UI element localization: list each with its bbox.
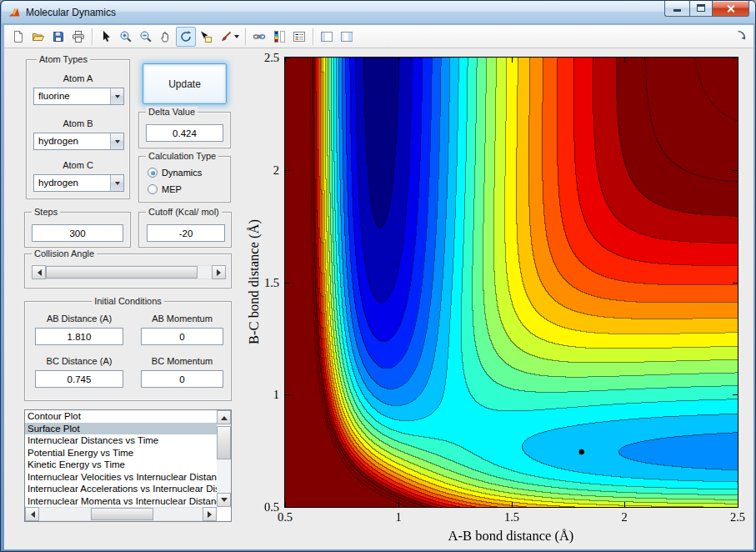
new-figure-button[interactable] — [8, 27, 28, 47]
slider-left-arrow-button[interactable] — [32, 265, 46, 279]
scroll-left-button[interactable] — [25, 507, 39, 521]
cutoff-field[interactable]: -20 — [147, 224, 225, 242]
ab-distance-field[interactable]: 1.810 — [35, 328, 123, 345]
scroll-up-button[interactable] — [217, 410, 231, 424]
hide-plot-tools-button[interactable] — [317, 27, 337, 47]
atom-a-dropdown[interactable]: fluorine — [33, 88, 124, 105]
slider-right-arrow-button[interactable] — [212, 265, 226, 279]
vertical-scroll-track[interactable] — [217, 424, 231, 493]
horizontal-scroll-track[interactable] — [39, 507, 203, 521]
vertical-scroll-thumb[interactable] — [217, 426, 231, 459]
cutoff-panel: Cutoff (Kcal/ mol) -20 — [138, 212, 232, 248]
chevron-down-icon — [115, 182, 120, 188]
list-item-internuclear-velocities[interactable]: Internuclear Velocities vs Internuclear … — [25, 471, 217, 484]
arrow-right-icon — [208, 511, 215, 518]
collision-angle-panel: Collision Angle — [24, 253, 232, 289]
rotate-3d-icon — [179, 30, 193, 43]
arrow-down-icon — [221, 498, 228, 505]
insert-colorbar-button[interactable] — [269, 27, 289, 47]
maximize-button[interactable] — [689, 1, 713, 17]
save-figure-button[interactable] — [48, 27, 68, 47]
hide-plot-tools-icon — [320, 30, 333, 43]
show-plot-tools-button[interactable] — [337, 27, 357, 47]
bc-distance-field[interactable]: 0.745 — [35, 370, 123, 388]
data-cursor-icon — [199, 30, 213, 43]
list-item-potential-energy[interactable]: Potential Energy vs Time — [25, 447, 217, 459]
mep-radio-row: MEP — [148, 184, 182, 194]
atom-a-dropdown-button[interactable] — [110, 88, 123, 104]
chevron-down-icon — [115, 95, 120, 101]
data-cursor-button[interactable] — [196, 27, 216, 47]
initial-conditions-panel-title: Initial Conditions — [92, 296, 164, 306]
scroll-right-button[interactable] — [203, 507, 217, 521]
plot-type-listbox: Contour Plot Surface Plot Internuclear D… — [24, 409, 232, 522]
toolbar-separator — [92, 28, 93, 45]
bc-momentum-field[interactable]: 0 — [141, 370, 223, 388]
atom-b-dropdown-button[interactable] — [110, 133, 123, 149]
close-button[interactable] — [713, 1, 749, 17]
arrow-left-icon — [34, 269, 42, 276]
atom-c-dropdown-button[interactable] — [110, 175, 123, 191]
print-figure-button[interactable] — [68, 27, 88, 47]
collision-angle-panel-title: Collision Angle — [32, 248, 97, 258]
update-button[interactable]: Update — [143, 63, 227, 104]
dynamics-radio[interactable] — [148, 168, 158, 178]
atom-c-value: hydrogen — [38, 178, 78, 188]
horizontal-scroll-thumb[interactable] — [91, 508, 153, 520]
pes-contour-canvas[interactable] — [285, 58, 738, 507]
atom-b-dropdown[interactable]: hydrogen — [33, 133, 124, 150]
minimize-button[interactable] — [664, 1, 689, 17]
steps-field[interactable]: 300 — [32, 224, 123, 242]
new-file-icon — [12, 30, 25, 43]
y-axis-label: B-C bond distance (Å) — [246, 190, 263, 374]
list-item-surface-plot[interactable]: Surface Plot — [25, 423, 217, 435]
brush-dropdown-caret-icon[interactable] — [234, 35, 239, 41]
zoom-out-button[interactable] — [136, 27, 156, 47]
list-item-kinetic-energy[interactable]: Kinetic Energy vs Time — [25, 459, 217, 471]
list-item-internuclear-distances[interactable]: Internuclear Distances vs Time — [25, 434, 217, 447]
scroll-down-button[interactable] — [217, 493, 231, 507]
x-tick-label: 1.5 — [495, 510, 528, 524]
delta-value-panel: Delta Value 0.424 — [138, 112, 231, 148]
bc-distance-label: BC Distance (A) — [35, 356, 123, 366]
matlab-app-icon — [8, 6, 21, 19]
brush-data-button[interactable] — [216, 27, 242, 47]
minimize-icon — [673, 9, 681, 12]
listbox-vertical-scrollbar[interactable] — [217, 410, 231, 507]
show-plot-tools-icon — [340, 30, 353, 43]
pan-button[interactable] — [156, 27, 176, 47]
collision-angle-slider[interactable] — [32, 265, 226, 279]
edit-plot-button[interactable] — [96, 27, 116, 47]
dynamics-radio-row: Dynamics — [148, 168, 202, 178]
ab-momentum-label: AB Momentum — [141, 314, 223, 324]
dock-figure-icon[interactable] — [736, 29, 748, 41]
y-tick-label: 2 — [246, 163, 279, 178]
link-plot-button[interactable] — [249, 27, 269, 47]
delta-value-field[interactable]: 0.424 — [146, 124, 223, 142]
rotate-3d-button[interactable] — [176, 27, 196, 47]
maximize-icon — [697, 4, 705, 12]
open-file-button[interactable] — [28, 27, 48, 47]
colorbar-icon — [273, 30, 286, 43]
atom-a-label: Atom A — [27, 73, 129, 83]
steps-panel-title: Steps — [32, 207, 60, 217]
zoom-in-button[interactable] — [116, 27, 136, 47]
legend-icon — [293, 30, 306, 43]
atom-types-panel-title: Atom Types — [37, 54, 90, 64]
window-title: Molecular Dynamics — [26, 7, 116, 18]
list-item-contour-plot[interactable]: Contour Plot — [25, 410, 217, 423]
brush-icon — [219, 30, 233, 43]
atom-b-label: Atom B — [27, 118, 129, 128]
mep-radio-label: MEP — [162, 184, 182, 194]
list-item-internuclear-accelerations[interactable]: Internuclear Accelerations vs Internucle… — [25, 483, 217, 495]
insert-legend-button[interactable] — [289, 27, 309, 47]
slider-thumb[interactable] — [46, 266, 198, 279]
ab-momentum-field[interactable]: 0 — [141, 328, 223, 345]
mep-radio[interactable] — [148, 184, 158, 194]
list-item-internuclear-momenta[interactable]: Internuclear Momenta vs Internuclear Dis… — [25, 495, 217, 508]
radio-dot-icon — [151, 171, 155, 175]
atom-c-dropdown[interactable]: hydrogen — [33, 174, 124, 192]
listbox-horizontal-scrollbar[interactable] — [25, 507, 217, 521]
title-bar[interactable]: Molecular Dynamics — [2, 1, 756, 24]
slider-track[interactable] — [46, 265, 212, 279]
